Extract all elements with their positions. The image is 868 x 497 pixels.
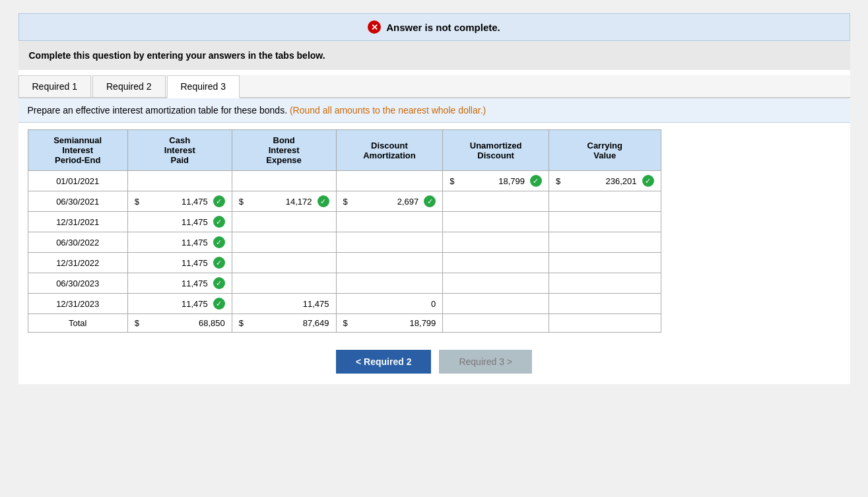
- cell-discount: [336, 273, 443, 294]
- cell-bond: 11,475: [232, 294, 336, 314]
- cell-discount: $2,697✓: [336, 191, 443, 212]
- cell-bond: [232, 232, 336, 253]
- cell-unamort-value: 18,799: [457, 176, 525, 186]
- col-header-carrying: CarryingValue: [549, 130, 661, 171]
- cell-carrying-dollar: $: [556, 176, 560, 186]
- table-row: 01/01/2021$18,799✓$236,201✓: [28, 171, 661, 191]
- cell-cash-value: 11,475: [135, 279, 208, 288]
- error-icon: ✕: [368, 20, 381, 34]
- cell-bond: [232, 273, 336, 294]
- cell-cash-value: 11,475: [142, 197, 208, 207]
- instruction-area: Complete this question by entering your …: [18, 41, 850, 70]
- cell-period: 12/31/2023: [28, 294, 127, 314]
- cell-carrying-value: 236,201: [563, 176, 636, 186]
- cell-unamort: [443, 232, 549, 253]
- cell-cash-value: 11,475: [135, 217, 208, 227]
- prev-button[interactable]: < Required 2: [336, 350, 431, 374]
- cell-carrying: [549, 314, 661, 333]
- cell-cash: 11,475✓: [127, 273, 232, 294]
- cell-discount: [336, 171, 443, 191]
- cell-carrying: [549, 273, 661, 294]
- cell-cash-value: 11,475: [135, 258, 208, 268]
- page-container: ✕ Answer is not complete. Complete this …: [18, 13, 850, 384]
- description-highlight: (Round all amounts to the nearest whole …: [290, 105, 486, 116]
- cell-cash-dollar: $: [135, 197, 139, 207]
- cell-cash-check-icon: ✓: [213, 216, 225, 228]
- cell-cash: $11,475✓: [127, 191, 232, 212]
- col-header-cash: CashInterestPaid: [127, 130, 232, 171]
- description-main: Prepare an effective interest amortizati…: [28, 105, 290, 116]
- cell-discount-dollar: $: [343, 318, 348, 328]
- cell-period: 06/30/2023: [28, 273, 127, 294]
- cell-discount-dollar: $: [343, 197, 348, 207]
- cell-period: 06/30/2022: [28, 232, 127, 253]
- cell-carrying: [549, 294, 661, 314]
- cell-discount-value: 18,799: [351, 318, 436, 328]
- next-button: Required 3 >: [439, 350, 532, 374]
- cell-cash-check-icon: ✓: [213, 236, 225, 248]
- table-row: 06/30/2021$11,475✓$14,172✓$2,697✓: [28, 191, 661, 212]
- cell-discount: [336, 232, 443, 253]
- cell-cash: 11,475✓: [127, 232, 232, 253]
- col-header-bond: BondInterestExpense: [232, 130, 336, 171]
- cell-carrying: [549, 232, 661, 253]
- tab-required-3[interactable]: Required 3: [167, 75, 240, 98]
- table-wrapper: SemiannualInterestPeriod-End CashInteres…: [18, 123, 850, 339]
- cell-cash: 11,475✓: [127, 294, 232, 314]
- cell-cash: 11,475✓: [127, 212, 232, 232]
- table-header-row: SemiannualInterestPeriod-End CashInteres…: [28, 130, 661, 171]
- cell-period: 06/30/2021: [28, 191, 127, 212]
- cell-carrying: [549, 212, 661, 232]
- description: Prepare an effective interest amortizati…: [18, 98, 850, 123]
- cell-bond-value: 87,649: [246, 318, 329, 328]
- cell-cash: [127, 171, 232, 191]
- cell-unamort: [443, 253, 549, 273]
- cell-period: 12/31/2021: [28, 212, 127, 232]
- cell-unamort: $18,799✓: [443, 171, 549, 191]
- cell-cash-value: 11,475: [135, 299, 208, 309]
- cell-bond: [232, 171, 336, 191]
- cell-bond-dollar: $: [239, 197, 244, 207]
- cell-bond: [232, 253, 336, 273]
- cell-unamort-check-icon: ✓: [530, 175, 542, 187]
- cell-carrying: [549, 253, 661, 273]
- cell-period: 12/31/2022: [28, 253, 127, 273]
- table-row: Total$68,850$87,649$18,799: [28, 314, 661, 333]
- instruction-text: Complete this question by entering your …: [29, 50, 325, 61]
- table-row: 12/31/202311,475✓11,4750: [28, 294, 661, 314]
- answer-banner: ✕ Answer is not complete.: [18, 13, 850, 41]
- col-header-period: SemiannualInterestPeriod-End: [28, 130, 127, 171]
- tab-required-1[interactable]: Required 1: [18, 75, 92, 97]
- cell-discount: 0: [336, 294, 443, 314]
- cell-cash-check-icon: ✓: [213, 257, 225, 269]
- col-header-unamort: UnamortizedDiscount: [443, 130, 549, 171]
- cell-unamort: [443, 212, 549, 232]
- cell-carrying: $236,201✓: [549, 171, 661, 191]
- table-row: 06/30/202211,475✓: [28, 232, 661, 253]
- amortization-table: SemiannualInterestPeriod-End CashInteres…: [28, 129, 661, 333]
- cell-carrying-check-icon: ✓: [642, 175, 654, 187]
- cell-bond-value: 11,475: [239, 299, 329, 309]
- tab-required-2[interactable]: Required 2: [92, 75, 166, 97]
- cell-cash: $68,850: [127, 314, 232, 333]
- cell-cash-value: 68,850: [142, 318, 225, 328]
- cell-unamort: [443, 314, 549, 333]
- cell-period: 01/01/2021: [28, 171, 127, 191]
- cell-bond: [232, 212, 336, 232]
- cell-period: Total: [28, 314, 127, 333]
- cell-cash: 11,475✓: [127, 253, 232, 273]
- cell-cash-value: 11,475: [135, 238, 208, 248]
- table-row: 12/31/202211,475✓: [28, 253, 661, 273]
- table-row: 12/31/202111,475✓: [28, 212, 661, 232]
- cell-bond: $14,172✓: [232, 191, 336, 212]
- cell-unamort: [443, 294, 549, 314]
- cell-discount: [336, 253, 443, 273]
- cell-cash-check-icon: ✓: [213, 298, 225, 310]
- table-row: 06/30/202311,475✓: [28, 273, 661, 294]
- cell-bond-check-icon: ✓: [317, 195, 329, 207]
- cell-cash-check-icon: ✓: [213, 277, 225, 289]
- cell-discount-check-icon: ✓: [424, 195, 436, 207]
- cell-cash-dollar: $: [135, 318, 139, 328]
- col-header-discount-amort: DiscountAmortization: [336, 130, 443, 171]
- cell-carrying: [549, 191, 661, 212]
